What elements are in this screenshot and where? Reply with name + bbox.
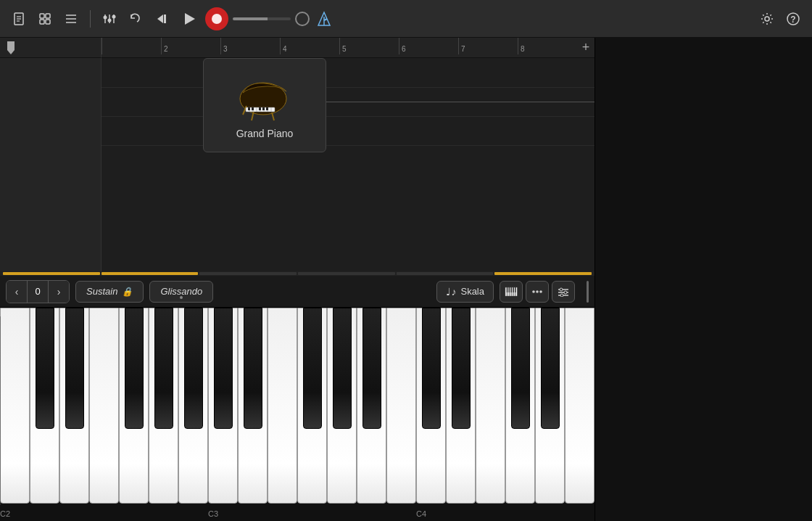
black-key-cs4[interactable] <box>422 308 441 429</box>
glissando-button[interactable]: Glissando <box>149 281 213 303</box>
tracks-row: Grand Piano <box>0 58 594 271</box>
label-c2: C2 <box>0 509 10 518</box>
black-key-gs3[interactable] <box>333 308 352 429</box>
black-key-as3[interactable] <box>362 308 381 429</box>
white-key-a4[interactable] <box>565 308 594 504</box>
octave-seg-1 <box>3 272 100 275</box>
white-key-b3[interactable] <box>386 308 416 504</box>
black-key-ds2[interactable] <box>65 308 84 429</box>
white-key-c2[interactable] <box>0 308 30 504</box>
svg-rect-41 <box>259 107 261 110</box>
volume-slider-wrap <box>233 12 310 26</box>
svg-point-61 <box>560 288 563 291</box>
black-key-cs2[interactable] <box>36 308 54 429</box>
grand-piano-block[interactable]: Grand Piano <box>203 58 326 152</box>
controls-row: ‹ 0 › Sustain 🔒 Glissando ♩♪ <box>0 276 594 308</box>
ruler-numbers: 2 3 4 5 6 7 8 <box>102 38 577 54</box>
ruler-left <box>0 38 102 58</box>
svg-marker-26 <box>7 41 14 54</box>
undo-icon[interactable] <box>125 9 146 29</box>
svg-rect-54 <box>515 287 515 292</box>
black-key-fs3[interactable] <box>303 308 322 429</box>
svg-rect-39 <box>248 107 250 110</box>
sidebar-toggle-indicator <box>587 281 589 303</box>
right-panel <box>594 38 812 521</box>
ruler-mark-2: 2 <box>161 38 220 54</box>
black-key-ds3[interactable] <box>244 308 262 429</box>
black-key-gs2[interactable] <box>154 308 173 429</box>
black-key-fs4[interactable] <box>511 308 530 429</box>
svg-rect-51 <box>509 287 510 292</box>
svg-point-62 <box>564 291 567 294</box>
svg-rect-5 <box>46 14 50 18</box>
black-key-ds4[interactable] <box>452 308 471 429</box>
ruler-mark-8: 8 <box>518 38 577 54</box>
transport-group <box>125 7 334 30</box>
svg-point-63 <box>560 294 563 297</box>
track-line <box>102 116 594 117</box>
black-key-gs4[interactable] <box>541 308 560 429</box>
black-key-as2[interactable] <box>184 308 203 429</box>
volume-slider[interactable] <box>233 17 291 20</box>
black-key-fs2[interactable] <box>125 308 144 429</box>
svg-rect-42 <box>262 107 265 110</box>
toolbar: ? <box>0 0 812 38</box>
octave-seg-2 <box>102 272 199 275</box>
help-icon[interactable]: ? <box>783 9 803 29</box>
track-timeline[interactable]: Grand Piano <box>102 58 594 271</box>
svg-point-15 <box>108 18 112 22</box>
ruler-mark-1 <box>102 38 161 54</box>
new-doc-icon[interactable] <box>9 9 29 29</box>
svg-marker-17 <box>157 15 163 23</box>
keyboard-area: C2 C3 C4 <box>0 308 594 521</box>
metronome-icon[interactable] <box>314 9 334 29</box>
octave-next-button[interactable]: › <box>49 281 69 303</box>
white-key-e4[interactable] <box>476 308 505 504</box>
track-headers <box>0 58 102 271</box>
octave-seg-5 <box>397 272 494 275</box>
grand-piano-icon <box>236 71 294 122</box>
key-labels: C2 C3 C4 <box>0 505 594 521</box>
svg-point-14 <box>104 15 107 19</box>
piano-keys-icon-btn[interactable] <box>500 281 523 303</box>
glissando-dot <box>180 296 183 299</box>
track-line <box>102 87 594 88</box>
rewind-button[interactable] <box>150 7 173 30</box>
sustain-button[interactable]: Sustain 🔒 <box>75 281 144 303</box>
ruler-mark-6: 6 <box>399 38 458 54</box>
svg-rect-7 <box>46 20 50 24</box>
svg-rect-40 <box>252 107 254 110</box>
record-button[interactable] <box>205 7 228 30</box>
list-view-icon[interactable] <box>61 9 81 29</box>
svg-text:?: ? <box>790 15 795 25</box>
svg-rect-53 <box>513 287 513 292</box>
label-c4: C4 <box>416 509 426 518</box>
white-key-e3[interactable] <box>268 308 297 504</box>
layout-view-icon[interactable] <box>35 9 55 29</box>
svg-rect-6 <box>40 20 44 24</box>
ruler-main[interactable]: 2 3 4 5 6 7 8 <box>102 38 577 58</box>
dots-icon-btn[interactable] <box>526 281 549 303</box>
svg-rect-52 <box>510 287 511 292</box>
white-key-f2[interactable] <box>89 308 119 504</box>
svg-point-55 <box>532 290 535 293</box>
play-button[interactable] <box>178 7 201 30</box>
ruler-mark-5: 5 <box>339 38 399 54</box>
label-c3: C3 <box>208 509 218 518</box>
svg-point-56 <box>536 290 539 293</box>
lock-icon: 🔒 <box>122 287 133 297</box>
ruler-mark-3: 3 <box>220 38 280 54</box>
svg-line-29 <box>272 112 274 120</box>
ruler-mark-4: 4 <box>280 38 339 54</box>
scale-button[interactable]: ♩♪ Skala <box>436 281 494 303</box>
mixer-icon[interactable] <box>99 9 120 29</box>
gear-icon[interactable] <box>757 9 777 29</box>
octave-nav: ‹ 0 › <box>6 280 70 303</box>
settings-list-icon-btn[interactable] <box>552 281 575 303</box>
black-key-cs3[interactable] <box>214 308 233 429</box>
add-track-button[interactable]: + <box>577 38 594 58</box>
scale-notes-icon: ♩♪ <box>446 286 456 298</box>
octave-prev-button[interactable]: ‹ <box>7 281 27 303</box>
content-row: 2 3 4 5 6 7 8 + <box>0 38 812 521</box>
svg-rect-4 <box>40 14 44 18</box>
